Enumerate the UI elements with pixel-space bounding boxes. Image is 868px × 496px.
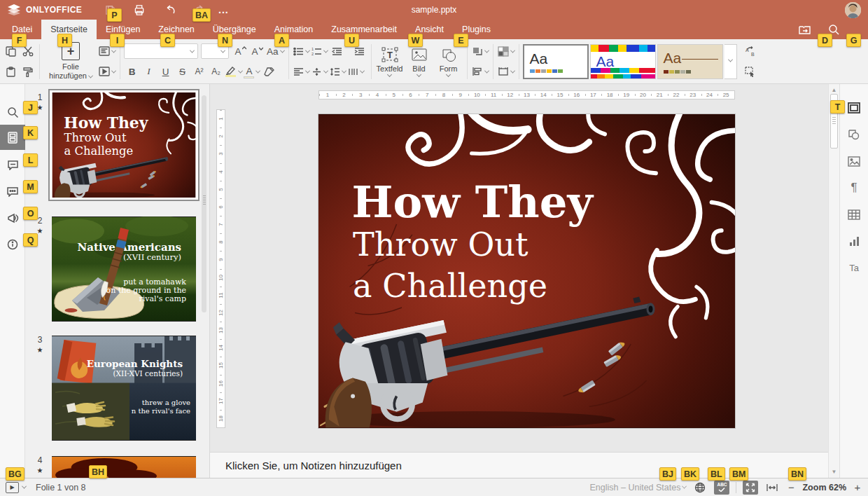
change-color-scheme-button[interactable] [497, 43, 515, 60]
bold-button[interactable]: B [124, 63, 140, 80]
zoom-level[interactable]: Zoom 62% [802, 483, 846, 492]
replace-button[interactable]: AB [743, 43, 759, 60]
strikethrough-button[interactable]: S [174, 63, 190, 80]
select-tool-button[interactable] [743, 63, 759, 80]
tab-animation[interactable]: Animation [265, 20, 323, 39]
decrease-font-button[interactable]: A [249, 43, 265, 60]
onlyoffice-logo-icon [7, 4, 21, 15]
application-window: ONLYOFFICE sample.pptx ... Datei Startse… [0, 0, 868, 496]
highlight-color-button[interactable] [225, 63, 243, 80]
horizontal-align-button[interactable] [293, 63, 310, 80]
slide-thumbnail-1[interactable]: How They Throw Out a Challenge [48, 89, 200, 201]
table-settings-icon[interactable] [840, 202, 868, 227]
underline-button[interactable]: U [158, 63, 174, 80]
feedback-panel-icon[interactable] [0, 205, 25, 230]
undo-icon[interactable] [164, 4, 176, 16]
som-badge-u: U [344, 34, 359, 47]
som-badge-n: N [218, 34, 232, 47]
spell-check-button[interactable]: ABC [714, 481, 729, 495]
thumb2-body-line2: on the ground in the [106, 286, 186, 295]
right-settings-bar: ¶ Ta [839, 84, 868, 478]
slide-thumbnail-3[interactable]: European Knights (XII-XVI centuries) thr… [52, 336, 196, 441]
tab-zeichnen[interactable]: Zeichnen [149, 20, 203, 39]
tab-zusammenarbeit[interactable]: Zusammenarbeit [322, 20, 406, 39]
vertical-ruler[interactable]: 123456789101112131415161718 [216, 109, 225, 428]
font-color-button[interactable]: A [244, 63, 260, 80]
ruler-tick: 22 [668, 91, 685, 99]
textart-settings-icon[interactable]: Ta [840, 255, 868, 280]
theme-gallery-expand-button[interactable] [724, 44, 737, 79]
ruler-tick: 5 [386, 91, 402, 99]
som-badge-m: M [23, 180, 38, 193]
preview-slideshow-button[interactable] [98, 63, 116, 80]
zoom-out-button[interactable]: − [786, 481, 796, 493]
copy-style-button[interactable] [20, 63, 36, 80]
fit-to-width-button[interactable] [764, 481, 780, 495]
ruler-tick: 1 [319, 91, 336, 99]
columns-button[interactable] [347, 63, 365, 80]
theme-item-3[interactable]: Aa [657, 44, 723, 79]
subscript-button[interactable]: A₂ [208, 63, 224, 80]
clear-style-button[interactable] [261, 63, 277, 80]
thumbnails-scrollbar[interactable] [202, 95, 206, 312]
tab-uebergaenge[interactable]: Übergänge [204, 20, 265, 39]
arrange-shape-button[interactable] [471, 43, 489, 60]
insert-textbox-button[interactable]: T Textfeld [375, 46, 405, 78]
fit-to-slide-button[interactable] [743, 481, 758, 495]
notes-placeholder[interactable]: Klicken Sie, um Notizen hinzuzufügen [225, 460, 402, 471]
open-file-location-icon[interactable] [798, 23, 811, 36]
set-language-globe-icon[interactable] [692, 481, 708, 495]
user-avatar[interactable] [845, 2, 861, 18]
ruler-tick: 11 [217, 287, 225, 304]
theme-item-2[interactable]: Aa [590, 44, 656, 79]
print-icon[interactable] [133, 4, 146, 16]
vertical-align-button[interactable] [311, 63, 328, 80]
italic-button[interactable]: I [141, 63, 157, 80]
start-slideshow-button[interactable]: ▶ [6, 482, 19, 493]
som-badge-e: E [454, 34, 468, 47]
title-bar: ONLYOFFICE sample.pptx ... [0, 0, 868, 20]
ruler-tick: 7 [419, 91, 435, 99]
shape-settings-icon[interactable] [840, 122, 868, 147]
comments-panel-icon[interactable] [0, 152, 25, 177]
theme-item-1[interactable]: Aa [523, 44, 589, 79]
superscript-button[interactable]: A² [191, 63, 207, 80]
image-settings-icon[interactable] [840, 149, 868, 174]
scroll-up-icon[interactable]: ▲ [830, 86, 838, 94]
more-actions-button[interactable]: ... [218, 4, 229, 15]
bullets-button[interactable] [293, 43, 310, 60]
increase-font-button[interactable]: A [232, 43, 248, 60]
horizontal-ruler[interactable]: 1234567891011121314151617181920212223242… [318, 90, 735, 99]
slide-thumbnail-4[interactable] [52, 456, 196, 478]
slideshow-options-chevron-icon[interactable] [22, 484, 27, 489]
editor-canvas[interactable]: 1234567891011121314151617181920212223242… [210, 84, 828, 478]
slide-title-line1: How They [352, 176, 594, 228]
slide-size-button[interactable] [497, 63, 515, 80]
about-panel-icon[interactable] [0, 232, 25, 257]
current-slide[interactable]: How They Throw Out a Challenge [318, 114, 735, 428]
numbering-button[interactable]: 12 [311, 43, 328, 60]
home-toolbar: + Folie hinzufügen A A Aa B I U [0, 39, 868, 84]
som-badge-q: Q [23, 233, 38, 247]
paste-button[interactable] [3, 63, 19, 80]
language-selector[interactable]: English – United States [590, 483, 687, 492]
ruler-tick: 18 [217, 410, 225, 427]
line-spacing-button[interactable] [329, 63, 346, 80]
canvas-vertical-scrollbar[interactable]: ▲ ▼ [828, 84, 839, 478]
som-badge-w: W [408, 34, 423, 47]
chart-settings-icon[interactable] [840, 228, 868, 254]
som-badge-bn: BN [788, 467, 806, 481]
paragraph-settings-icon[interactable]: ¶ [840, 175, 868, 200]
add-slide-button[interactable]: + Folie hinzufügen [43, 42, 98, 80]
zoom-in-button[interactable]: + [853, 481, 862, 493]
insert-shape-button[interactable]: Form [434, 46, 463, 78]
insert-image-button[interactable]: Bild [405, 46, 434, 78]
chat-panel-icon[interactable] [0, 179, 25, 204]
align-shape-button[interactable] [471, 63, 489, 80]
ruler-tick: 2 [217, 128, 225, 145]
search-panel-icon[interactable] [0, 99, 25, 125]
decrease-indent-button[interactable] [329, 43, 345, 60]
scroll-down-icon[interactable]: ▼ [830, 468, 838, 476]
slide-thumbnail-2[interactable]: Native Americans (XVII century) pu [52, 216, 196, 322]
slides-panel-icon[interactable] [0, 125, 25, 150]
